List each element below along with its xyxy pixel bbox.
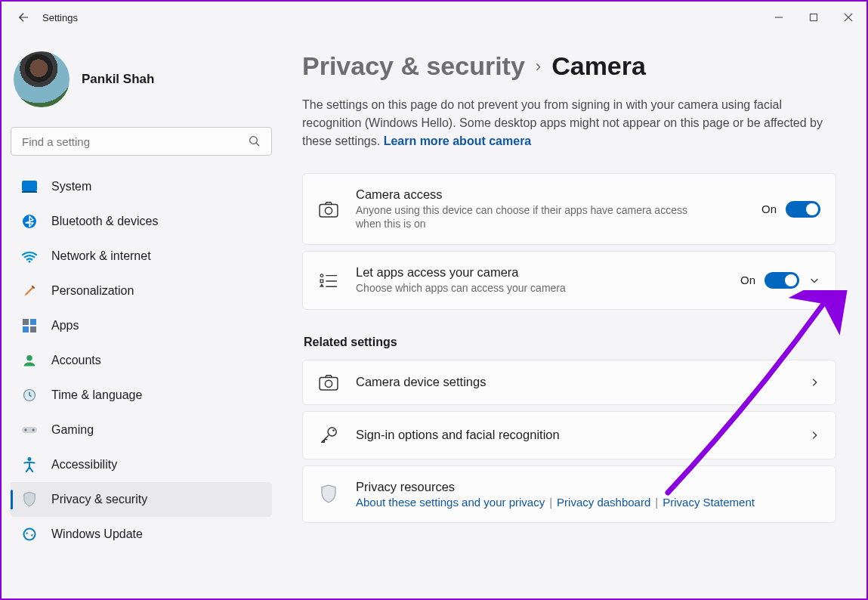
breadcrumb-parent[interactable]: Privacy & security: [302, 51, 525, 81]
page-description: The settings on this page do not prevent…: [302, 96, 836, 150]
svg-point-18: [325, 207, 332, 214]
sidebar-item-label: Time & language: [51, 388, 142, 402]
maximize-icon: [809, 13, 818, 22]
privacy-resources: Privacy resources About these settings a…: [302, 465, 836, 523]
svg-rect-12: [22, 427, 37, 433]
arrow-left-icon: [17, 11, 30, 24]
search-icon: [248, 135, 261, 148]
sidebar-item-label: Privacy & security: [51, 493, 147, 506]
close-button[interactable]: [838, 7, 859, 28]
svg-point-15: [28, 457, 32, 461]
setting-title: Let apps access your camera: [356, 265, 724, 280]
learn-more-link[interactable]: Learn more about camera: [384, 135, 532, 147]
sidebar-item-label: System: [51, 180, 91, 193]
related-heading: Related settings: [304, 336, 836, 349]
shield-icon: [318, 484, 339, 504]
sidebar-item-bluetooth[interactable]: Bluetooth & devices: [11, 204, 272, 239]
svg-point-10: [26, 355, 32, 361]
profile-name: Pankil Shah: [82, 72, 154, 87]
svg-rect-0: [811, 14, 817, 21]
sidebar-item-gaming[interactable]: Gaming: [11, 413, 272, 447]
privacy-link-about[interactable]: About these settings and your privacy: [356, 496, 545, 509]
related-camera-device[interactable]: Camera device settings: [302, 360, 836, 405]
svg-point-5: [29, 261, 31, 263]
svg-rect-17: [320, 204, 338, 217]
svg-point-14: [32, 428, 34, 431]
related-item-title: Camera device settings: [356, 375, 792, 389]
wifi-icon: [21, 248, 38, 264]
sidebar-item-personalization[interactable]: Personalization: [11, 274, 272, 308]
setting-apps-camera[interactable]: Let apps access your camera Choose which…: [302, 251, 836, 309]
toggle-state-label: On: [761, 203, 777, 215]
svg-point-19: [320, 274, 323, 277]
sidebar-item-label: Windows Update: [51, 527, 143, 541]
svg-point-24: [332, 429, 335, 431]
apps-icon: [21, 317, 38, 334]
sidebar-item-system[interactable]: System: [11, 169, 272, 204]
sidebar-item-apps[interactable]: Apps: [11, 308, 272, 343]
chevron-down-icon: [809, 275, 820, 286]
minimize-icon: [774, 13, 783, 22]
window-controls: [768, 7, 860, 28]
sidebar-item-network[interactable]: Network & internet: [11, 239, 272, 274]
camera-access-toggle[interactable]: [786, 201, 820, 218]
svg-rect-9: [30, 326, 36, 332]
svg-rect-20: [320, 280, 323, 283]
gamepad-icon: [21, 422, 38, 438]
sidebar-item-update[interactable]: Windows Update: [11, 517, 272, 552]
chevron-right-icon: [808, 429, 820, 441]
close-icon: [844, 13, 853, 22]
key-icon: [318, 425, 339, 445]
svg-point-22: [325, 380, 332, 387]
sidebar-item-label: Personalization: [51, 284, 134, 298]
setting-title: Camera access: [356, 187, 745, 202]
person-icon: [21, 352, 38, 369]
svg-point-13: [24, 428, 26, 431]
svg-rect-2: [22, 181, 37, 191]
sidebar-item-label: Gaming: [51, 423, 94, 437]
sidebar-item-label: Accessibility: [51, 458, 117, 472]
content: Privacy & security › Camera The settings…: [281, 33, 866, 598]
svg-rect-3: [22, 191, 37, 193]
breadcrumb: Privacy & security › Camera: [302, 51, 836, 81]
update-icon: [21, 526, 38, 543]
minimize-button[interactable]: [768, 7, 789, 28]
related-item-title: Sign-in options and facial recognition: [356, 428, 792, 442]
expand-apps-camera[interactable]: [808, 274, 820, 286]
svg-rect-6: [23, 319, 29, 325]
sidebar-item-label: Apps: [51, 319, 79, 332]
privacy-link-statement[interactable]: Privacy Statement: [663, 496, 755, 509]
setting-subtitle: Anyone using this device can choose if t…: [356, 203, 688, 230]
bluetooth-icon: [21, 213, 38, 230]
sidebar-item-label: Accounts: [51, 354, 101, 367]
nav: System Bluetooth & devices Network & int…: [11, 169, 272, 552]
sidebar: Pankil Shah System Bluetooth & devices N…: [2, 33, 281, 598]
apps-camera-toggle[interactable]: [765, 272, 799, 289]
svg-rect-21: [320, 377, 338, 389]
system-icon: [21, 178, 38, 195]
breadcrumb-current: Camera: [551, 51, 646, 81]
back-button[interactable]: [11, 11, 36, 24]
list-icon: [318, 273, 339, 288]
description-text: The settings on this page do not prevent…: [302, 98, 823, 147]
avatar: [14, 51, 70, 107]
sidebar-item-accessibility[interactable]: Accessibility: [11, 447, 272, 482]
search-wrap: [11, 127, 272, 156]
chevron-right-icon: [808, 376, 820, 388]
setting-camera-access: Camera access Anyone using this device c…: [302, 173, 836, 245]
sidebar-item-privacy[interactable]: Privacy & security: [11, 482, 272, 517]
profile[interactable]: Pankil Shah: [11, 41, 272, 122]
related-signin-options[interactable]: Sign-in options and facial recognition: [302, 411, 836, 459]
camera-icon: [318, 374, 339, 391]
sidebar-item-accounts[interactable]: Accounts: [11, 343, 272, 378]
window-title: Settings: [42, 12, 78, 23]
maximize-button[interactable]: [803, 7, 824, 28]
search-input[interactable]: [11, 127, 272, 156]
setting-subtitle: Choose which apps can access your camera: [356, 281, 688, 295]
svg-rect-7: [30, 319, 36, 325]
sidebar-item-label: Network & internet: [51, 249, 151, 263]
privacy-link-dashboard[interactable]: Privacy dashboard: [557, 496, 650, 509]
chevron-right-icon: ›: [536, 57, 541, 76]
sidebar-item-time[interactable]: Time & language: [11, 378, 272, 413]
accessibility-icon: [21, 456, 38, 473]
